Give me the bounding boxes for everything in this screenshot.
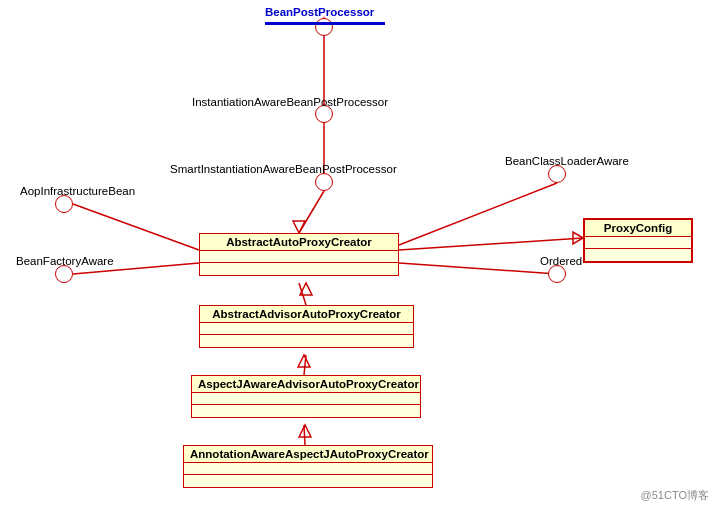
smart-instantiation-circle [315,173,333,191]
annotation-aware-title: AnnotationAwareAspectJAutoProxyCreator [184,446,432,463]
ordered-label: Ordered [540,255,582,267]
watermark: @51CTO博客 [641,488,709,503]
bean-factory-aware-circle [55,265,73,283]
svg-line-9 [399,263,557,274]
bean-class-loader-circle [548,165,566,183]
svg-line-10 [399,238,583,250]
abstract-advisor-title: AbstractAdvisorAutoProxyCreator [200,306,413,323]
annotation-aware-line2 [184,475,432,487]
bean-post-processor-circle [315,18,333,36]
abstract-auto-proxy-line2 [200,263,398,275]
abstract-advisor-box: AbstractAdvisorAutoProxyCreator [199,305,414,348]
proxy-config-title: ProxyConfig [585,220,691,237]
instantiation-aware-label: InstantiationAwareBeanPostProcessor [192,96,388,108]
abstract-advisor-line2 [200,335,413,347]
proxy-config-line1 [585,237,691,249]
aspectj-aware-line2 [192,405,420,417]
smart-instantiation-label: SmartInstantiationAwareBeanPostProcessor [170,163,397,175]
abstract-auto-proxy-title: AbstractAutoProxyCreator [200,234,398,251]
abstract-auto-proxy-line1 [200,251,398,263]
svg-line-6 [73,204,199,250]
svg-marker-15 [298,355,310,367]
uml-diagram: BeanPostProcessor InstantiationAwareBean… [0,0,717,509]
proxy-config-box: ProxyConfig [583,218,693,263]
bean-class-loader-label: BeanClassLoaderAware [505,155,629,167]
aspectj-aware-line1 [192,393,420,405]
aop-infrastructure-label: AopInfrastructureBean [20,185,135,197]
bean-factory-aware-label: BeanFactoryAware [16,255,114,267]
abstract-auto-proxy-box: AbstractAutoProxyCreator [199,233,399,276]
svg-line-7 [399,183,557,245]
aspectj-aware-box: AspectJAwareAdvisorAutoProxyCreator [191,375,421,418]
annotation-aware-box: AnnotationAwareAspectJAutoProxyCreator [183,445,433,488]
proxy-config-line2 [585,249,691,261]
abstract-advisor-line1 [200,323,413,335]
aspectj-aware-title: AspectJAwareAdvisorAutoProxyCreator [192,376,420,393]
ordered-circle [548,265,566,283]
annotation-aware-line1 [184,463,432,475]
aop-infrastructure-circle [55,195,73,213]
bean-post-processor-label: BeanPostProcessor [265,6,374,18]
